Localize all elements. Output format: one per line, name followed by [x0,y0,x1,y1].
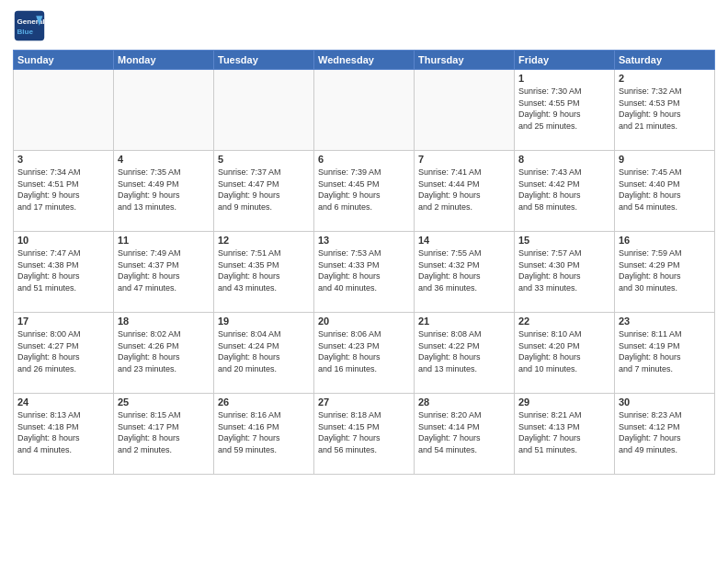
weekday-header-monday: Monday [114,51,214,70]
day-number: 28 [418,396,510,408]
day-info: Sunrise: 7:53 AMSunset: 4:33 PMDaylight:… [318,247,410,293]
day-number: 10 [17,235,109,246]
calendar-cell: 16Sunrise: 7:59 AMSunset: 4:29 PMDayligh… [615,232,715,313]
day-number: 8 [518,154,610,165]
calendar-week-5: 24Sunrise: 8:13 AMSunset: 4:18 PMDayligh… [14,394,715,475]
calendar-cell: 2Sunrise: 7:32 AMSunset: 4:53 PMDaylight… [615,70,715,151]
calendar-cell: 24Sunrise: 8:13 AMSunset: 4:18 PMDayligh… [14,394,114,475]
calendar-week-1: 1Sunrise: 7:30 AMSunset: 4:55 PMDaylight… [14,70,715,151]
day-info: Sunrise: 7:51 AMSunset: 4:35 PMDaylight:… [218,247,310,293]
calendar-week-4: 17Sunrise: 8:00 AMSunset: 4:27 PMDayligh… [14,313,715,394]
day-number: 25 [118,396,210,408]
day-number: 26 [218,396,310,408]
weekday-header-thursday: Thursday [415,51,515,70]
calendar-cell [314,70,415,151]
day-info: Sunrise: 8:16 AMSunset: 4:16 PMDaylight:… [218,409,310,455]
day-info: Sunrise: 7:35 AMSunset: 4:49 PMDaylight:… [118,167,210,213]
day-number: 22 [518,316,610,327]
calendar-cell [114,70,214,151]
day-info: Sunrise: 8:23 AMSunset: 4:12 PMDaylight:… [619,409,711,455]
day-number: 17 [17,316,109,327]
calendar-cell: 15Sunrise: 7:57 AMSunset: 4:30 PMDayligh… [515,232,615,313]
calendar-cell: 4Sunrise: 7:35 AMSunset: 4:49 PMDaylight… [114,151,214,232]
day-info: Sunrise: 8:18 AMSunset: 4:15 PMDaylight:… [318,409,410,455]
day-number: 11 [118,235,210,246]
calendar-week-2: 3Sunrise: 7:34 AMSunset: 4:51 PMDaylight… [14,151,715,232]
day-number: 29 [518,396,610,408]
weekday-header-tuesday: Tuesday [214,51,314,70]
calendar-cell: 3Sunrise: 7:34 AMSunset: 4:51 PMDaylight… [14,151,114,232]
day-number: 3 [17,154,109,165]
day-number: 5 [218,154,310,165]
calendar-cell: 7Sunrise: 7:41 AMSunset: 4:44 PMDaylight… [415,151,515,232]
day-number: 9 [619,154,711,165]
calendar-body: 1Sunrise: 7:30 AMSunset: 4:55 PMDaylight… [14,70,715,475]
calendar-cell: 28Sunrise: 8:20 AMSunset: 4:14 PMDayligh… [415,394,515,475]
weekday-header-sunday: Sunday [14,51,114,70]
day-info: Sunrise: 8:15 AMSunset: 4:17 PMDaylight:… [118,409,210,455]
calendar-cell: 13Sunrise: 7:53 AMSunset: 4:33 PMDayligh… [314,232,415,313]
day-info: Sunrise: 8:04 AMSunset: 4:24 PMDaylight:… [218,328,310,374]
calendar-cell: 10Sunrise: 7:47 AMSunset: 4:38 PMDayligh… [14,232,114,313]
calendar-cell: 8Sunrise: 7:43 AMSunset: 4:42 PMDaylight… [515,151,615,232]
calendar-cell: 17Sunrise: 8:00 AMSunset: 4:27 PMDayligh… [14,313,114,394]
day-info: Sunrise: 7:32 AMSunset: 4:53 PMDaylight:… [619,86,711,132]
day-number: 13 [318,235,410,246]
day-info: Sunrise: 7:57 AMSunset: 4:30 PMDaylight:… [518,247,610,293]
calendar-cell: 11Sunrise: 7:49 AMSunset: 4:37 PMDayligh… [114,232,214,313]
day-info: Sunrise: 7:37 AMSunset: 4:47 PMDaylight:… [218,167,310,213]
calendar-cell: 22Sunrise: 8:10 AMSunset: 4:20 PMDayligh… [515,313,615,394]
day-info: Sunrise: 7:41 AMSunset: 4:44 PMDaylight:… [418,167,510,213]
day-info: Sunrise: 7:49 AMSunset: 4:37 PMDaylight:… [118,247,210,293]
calendar-cell: 21Sunrise: 8:08 AMSunset: 4:22 PMDayligh… [415,313,515,394]
day-info: Sunrise: 7:30 AMSunset: 4:55 PMDaylight:… [518,86,610,132]
calendar-header-row: SundayMondayTuesdayWednesdayThursdayFrid… [14,51,715,70]
logo: General Blue [13,9,46,42]
calendar-cell: 18Sunrise: 8:02 AMSunset: 4:26 PMDayligh… [114,313,214,394]
day-number: 7 [418,154,510,165]
calendar-cell [415,70,515,151]
day-info: Sunrise: 7:39 AMSunset: 4:45 PMDaylight:… [318,167,410,213]
page-header: General Blue [13,9,715,42]
day-number: 18 [118,316,210,327]
day-info: Sunrise: 8:06 AMSunset: 4:23 PMDaylight:… [318,328,410,374]
svg-text:Blue: Blue [17,28,34,36]
calendar-cell: 23Sunrise: 8:11 AMSunset: 4:19 PMDayligh… [615,313,715,394]
calendar-cell: 5Sunrise: 7:37 AMSunset: 4:47 PMDaylight… [214,151,314,232]
day-info: Sunrise: 7:34 AMSunset: 4:51 PMDaylight:… [17,167,109,213]
weekday-header-friday: Friday [515,51,615,70]
calendar-cell: 25Sunrise: 8:15 AMSunset: 4:17 PMDayligh… [114,394,214,475]
calendar-cell: 27Sunrise: 8:18 AMSunset: 4:15 PMDayligh… [314,394,415,475]
day-number: 30 [619,396,711,408]
calendar-cell: 12Sunrise: 7:51 AMSunset: 4:35 PMDayligh… [214,232,314,313]
calendar-cell: 14Sunrise: 7:55 AMSunset: 4:32 PMDayligh… [415,232,515,313]
logo-icon: General Blue [13,9,46,42]
day-number: 19 [218,316,310,327]
day-number: 16 [619,235,711,246]
day-info: Sunrise: 7:47 AMSunset: 4:38 PMDaylight:… [17,247,109,293]
day-info: Sunrise: 8:08 AMSunset: 4:22 PMDaylight:… [418,328,510,374]
day-number: 23 [619,316,711,327]
calendar-cell: 26Sunrise: 8:16 AMSunset: 4:16 PMDayligh… [214,394,314,475]
calendar-cell [214,70,314,151]
day-number: 20 [318,316,410,327]
calendar-cell: 1Sunrise: 7:30 AMSunset: 4:55 PMDaylight… [515,70,615,151]
calendar-cell [14,70,114,151]
day-number: 1 [518,73,610,84]
day-number: 12 [218,235,310,246]
day-number: 2 [619,73,711,84]
calendar-cell: 6Sunrise: 7:39 AMSunset: 4:45 PMDaylight… [314,151,415,232]
day-info: Sunrise: 7:55 AMSunset: 4:32 PMDaylight:… [418,247,510,293]
calendar-cell: 9Sunrise: 7:45 AMSunset: 4:40 PMDaylight… [615,151,715,232]
day-info: Sunrise: 8:10 AMSunset: 4:20 PMDaylight:… [518,328,610,374]
day-number: 4 [118,154,210,165]
day-info: Sunrise: 7:43 AMSunset: 4:42 PMDaylight:… [518,167,610,213]
weekday-header-saturday: Saturday [615,51,715,70]
day-info: Sunrise: 8:20 AMSunset: 4:14 PMDaylight:… [418,409,510,455]
page-container: General Blue SundayMondayTuesdayWednesda… [0,0,728,563]
day-info: Sunrise: 8:02 AMSunset: 4:26 PMDaylight:… [118,328,210,374]
day-info: Sunrise: 8:00 AMSunset: 4:27 PMDaylight:… [17,328,109,374]
day-number: 14 [418,235,510,246]
calendar-cell: 30Sunrise: 8:23 AMSunset: 4:12 PMDayligh… [615,394,715,475]
day-info: Sunrise: 8:13 AMSunset: 4:18 PMDaylight:… [17,409,109,455]
